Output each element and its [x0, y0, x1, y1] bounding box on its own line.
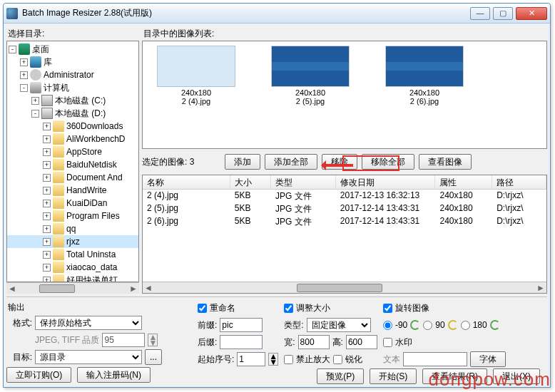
tree-item[interactable]: -计算机: [7, 81, 138, 94]
tree-item[interactable]: +BaiduNetdisk: [7, 158, 138, 171]
expander-icon[interactable]: +: [43, 135, 51, 143]
expander-icon[interactable]: +: [20, 71, 28, 79]
resize-type-select[interactable]: 固定图像: [307, 318, 371, 332]
expander-icon[interactable]: +: [43, 277, 51, 283]
tree-item[interactable]: -桌面: [7, 43, 138, 56]
resize-checkbox[interactable]: [284, 304, 293, 313]
tree-item[interactable]: +库: [7, 56, 138, 68]
preview-button[interactable]: 预览(P): [317, 368, 364, 384]
tree-item[interactable]: +好用快递单打: [7, 274, 138, 282]
close-button[interactable]: ✕: [516, 7, 547, 20]
watermark-checkbox[interactable]: [383, 338, 392, 347]
thumbnail[interactable]: 240x1802 (5).jpg: [264, 46, 357, 105]
tree-item[interactable]: +rjxz: [7, 235, 138, 248]
tree-item[interactable]: +Administrator: [7, 68, 138, 81]
thumbnail[interactable]: 240x1802 (6).jpg: [378, 46, 471, 105]
expander-icon[interactable]: -: [31, 110, 39, 118]
view-result-button[interactable]: 查看结果(R): [422, 368, 487, 384]
folder-icon: [53, 236, 64, 247]
quality-input[interactable]: [102, 333, 145, 347]
remove-all-button[interactable]: 移除全部: [362, 154, 414, 170]
expander-icon[interactable]: +: [43, 225, 51, 233]
tree-label: 计算机: [44, 82, 69, 94]
height-input[interactable]: [346, 335, 377, 349]
maximize-button[interactable]: ▢: [493, 7, 513, 20]
tree-item[interactable]: +Program Files: [7, 210, 138, 222]
tree-item[interactable]: +AppStore: [7, 145, 138, 158]
tree-item[interactable]: +qq: [7, 222, 138, 235]
tree-item[interactable]: +本地磁盘 (C:): [7, 94, 138, 107]
seq-stepper[interactable]: ▲▼: [268, 353, 278, 366]
expander-icon[interactable]: +: [43, 200, 51, 207]
column-header[interactable]: 类型: [271, 175, 336, 189]
expander-icon[interactable]: -: [9, 46, 16, 53]
tree-item[interactable]: +Document And: [7, 171, 138, 184]
prefix-label: 前缀:: [198, 319, 217, 331]
expander-icon[interactable]: +: [31, 97, 39, 105]
suffix-input[interactable]: [220, 335, 263, 349]
tree-item[interactable]: +360Downloads: [7, 120, 138, 133]
format-select[interactable]: 保持原始格式: [35, 316, 142, 330]
view-image-button[interactable]: 查看图像: [419, 154, 472, 170]
grid-hscroll[interactable]: ◄►: [143, 282, 546, 293]
column-header[interactable]: 大小: [230, 175, 271, 189]
rotate-90-radio[interactable]: [423, 321, 432, 330]
prefix-input[interactable]: [220, 318, 263, 332]
table-row[interactable]: 2 (4).jpg5KBJPG 文件2017-12-13 16:32:13240…: [143, 190, 546, 202]
expander-icon[interactable]: +: [43, 161, 51, 169]
rotate-180-radio[interactable]: [461, 321, 470, 330]
quality-stepper[interactable]: ▲▼: [148, 334, 158, 346]
expander-icon[interactable]: +: [43, 148, 51, 156]
seq-input[interactable]: [237, 352, 265, 366]
directory-tree[interactable]: -桌面+库+Administrator-计算机+本地磁盘 (C:)-本地磁盘 (…: [6, 41, 139, 282]
width-input[interactable]: [298, 335, 330, 349]
table-row[interactable]: 2 (6).jpg5KBJPG 文件2017-12-14 13:43:31240…: [143, 215, 546, 228]
expander-icon[interactable]: -: [20, 84, 28, 92]
browse-button[interactable]: ...: [145, 349, 162, 365]
expander-icon[interactable]: +: [43, 123, 51, 130]
expander-icon[interactable]: +: [43, 251, 51, 259]
sharpen-checkbox[interactable]: [333, 355, 342, 364]
wm-text-input[interactable]: [403, 352, 467, 366]
rotate-checkbox[interactable]: [383, 304, 392, 313]
expander-icon[interactable]: +: [20, 58, 28, 66]
resize-label: 调整大小: [296, 302, 330, 314]
thumbnail-area[interactable]: 240x1802 (1).jpg240x1802 (2).jpg240x1802…: [142, 41, 547, 149]
expander-icon[interactable]: +: [43, 187, 51, 195]
no-enlarge-checkbox[interactable]: [284, 355, 293, 364]
tree-label: AppStore: [66, 147, 102, 157]
rename-checkbox[interactable]: [198, 304, 207, 313]
expander-icon[interactable]: +: [43, 174, 51, 182]
titlebar[interactable]: Batch Image Resizer 2.88(试用版) — ▢ ✕: [4, 4, 550, 24]
expander-icon[interactable]: +: [43, 212, 51, 220]
tree-item[interactable]: +KuaiDiDan: [7, 197, 138, 210]
tree-item[interactable]: +xiaocao_data: [7, 261, 138, 274]
rotate-neg90-radio[interactable]: [383, 321, 392, 330]
target-select[interactable]: 源目录: [35, 350, 142, 364]
directory-panel: 选择目录: -桌面+库+Administrator-计算机+本地磁盘 (C:)-…: [6, 26, 139, 294]
app-window: Batch Image Resizer 2.88(试用版) — ▢ ✕ 选择目录…: [3, 3, 551, 388]
order-button[interactable]: 立即订购(O): [6, 367, 71, 383]
tree-item[interactable]: +Total Uninsta: [7, 248, 138, 261]
column-header[interactable]: 修改日期: [336, 175, 436, 189]
expander-icon[interactable]: +: [43, 238, 51, 246]
tree-item[interactable]: +HandWrite: [7, 184, 138, 197]
format-label: 格式:: [6, 317, 32, 329]
grid-body[interactable]: 2 (4).jpg5KBJPG 文件2017-12-13 16:32:13240…: [143, 190, 546, 282]
exit-button[interactable]: 退出(X): [493, 368, 540, 384]
column-header[interactable]: 名称: [143, 175, 230, 189]
grid-header[interactable]: 名称大小类型修改日期属性路径: [143, 175, 546, 190]
column-header[interactable]: 路径: [492, 175, 546, 189]
minimize-button[interactable]: —: [470, 7, 490, 20]
start-button[interactable]: 开始(S): [370, 368, 417, 384]
table-row[interactable]: 2 (5).jpg5KBJPG 文件2017-12-14 13:43:31240…: [143, 202, 546, 215]
expander-icon[interactable]: +: [43, 264, 51, 272]
tree-item[interactable]: -本地磁盘 (D:): [7, 107, 138, 120]
add-button[interactable]: 添加: [225, 154, 260, 170]
add-all-button[interactable]: 添加全部: [265, 154, 317, 170]
file-grid[interactable]: 名称大小类型修改日期属性路径 2 (4).jpg5KBJPG 文件2017-12…: [142, 175, 547, 294]
thumbnail[interactable]: 240x1802 (4).jpg: [150, 46, 243, 105]
tree-item[interactable]: +AliWorkbenchD: [7, 133, 138, 145]
font-button[interactable]: 字体: [470, 351, 506, 367]
column-header[interactable]: 属性: [435, 175, 492, 189]
